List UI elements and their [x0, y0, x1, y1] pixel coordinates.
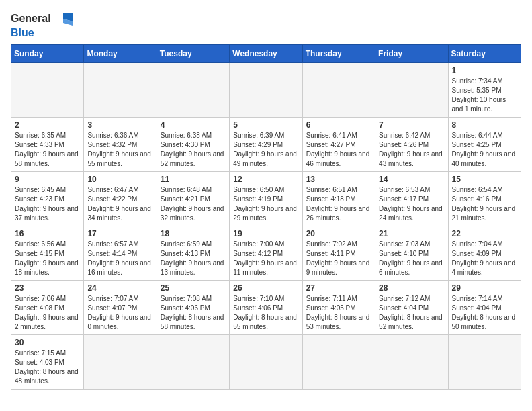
- calendar-cell: 18Sunrise: 6:59 AMSunset: 4:13 PMDayligh…: [157, 226, 229, 281]
- calendar-cell: [84, 63, 157, 118]
- calendar-week-1: 2Sunrise: 6:35 AMSunset: 4:33 PMDaylight…: [11, 118, 521, 172]
- day-info: Sunrise: 6:51 AMSunset: 4:18 PMDaylight:…: [306, 185, 371, 223]
- calendar-table: Sunday Monday Tuesday Wednesday Thursday…: [11, 44, 521, 390]
- calendar-cell: 27Sunrise: 7:11 AMSunset: 4:05 PMDayligh…: [302, 281, 375, 335]
- calendar-cell: 25Sunrise: 7:08 AMSunset: 4:06 PMDayligh…: [157, 281, 229, 335]
- day-info: Sunrise: 6:50 AMSunset: 4:19 PMDaylight:…: [233, 185, 298, 223]
- calendar-cell: [302, 335, 375, 390]
- day-number: 14: [379, 175, 444, 184]
- calendar-week-2: 9Sunrise: 6:45 AMSunset: 4:23 PMDaylight…: [11, 172, 521, 226]
- calendar-cell: 12Sunrise: 6:50 AMSunset: 4:19 PMDayligh…: [230, 172, 302, 226]
- calendar-week-5: 30Sunrise: 7:15 AMSunset: 4:03 PMDayligh…: [11, 335, 521, 390]
- calendar-cell: 10Sunrise: 6:47 AMSunset: 4:22 PMDayligh…: [84, 172, 157, 226]
- logo-general: General: [11, 13, 51, 25]
- header-row: Sunday Monday Tuesday Wednesday Thursday…: [11, 45, 521, 63]
- day-info: Sunrise: 6:44 AMSunset: 4:25 PMDaylight:…: [452, 131, 517, 169]
- day-info: Sunrise: 6:53 AMSunset: 4:17 PMDaylight:…: [379, 185, 444, 223]
- day-info: Sunrise: 7:34 AMSunset: 5:35 PMDaylight:…: [452, 77, 517, 114]
- day-number: 19: [233, 229, 298, 238]
- day-number: 6: [306, 120, 371, 130]
- header: General Blue: [11, 11, 521, 39]
- day-number: 30: [15, 338, 80, 347]
- calendar-cell: 29Sunrise: 7:14 AMSunset: 4:04 PMDayligh…: [448, 281, 521, 335]
- day-number: 2: [15, 120, 80, 130]
- calendar-cell: 1Sunrise: 7:34 AMSunset: 5:35 PMDaylight…: [448, 63, 521, 118]
- day-number: 9: [15, 175, 80, 184]
- calendar-cell: 26Sunrise: 7:10 AMSunset: 4:06 PMDayligh…: [230, 281, 302, 335]
- calendar-cell: 22Sunrise: 7:04 AMSunset: 4:09 PMDayligh…: [448, 226, 521, 281]
- day-info: Sunrise: 6:45 AMSunset: 4:23 PMDaylight:…: [15, 185, 80, 223]
- day-info: Sunrise: 7:04 AMSunset: 4:09 PMDaylight:…: [452, 240, 517, 277]
- calendar-cell: [375, 335, 448, 390]
- day-info: Sunrise: 7:12 AMSunset: 4:04 PMDaylight:…: [379, 294, 444, 332]
- day-number: 24: [87, 283, 152, 293]
- calendar-cell: [84, 335, 157, 390]
- day-info: Sunrise: 7:14 AMSunset: 4:04 PMDaylight:…: [452, 294, 517, 332]
- day-info: Sunrise: 6:59 AMSunset: 4:13 PMDaylight:…: [161, 240, 226, 277]
- calendar-week-3: 16Sunrise: 6:56 AMSunset: 4:15 PMDayligh…: [11, 226, 521, 281]
- day-number: 4: [161, 120, 226, 130]
- day-number: 1: [452, 66, 517, 75]
- logo-bird-icon: [52, 11, 73, 27]
- day-number: 12: [233, 175, 298, 184]
- day-info: Sunrise: 6:36 AMSunset: 4:32 PMDaylight:…: [87, 131, 152, 169]
- calendar-cell: 4Sunrise: 6:38 AMSunset: 4:30 PMDaylight…: [157, 118, 229, 172]
- day-number: 22: [452, 229, 517, 238]
- calendar-cell: [375, 63, 448, 118]
- day-number: 8: [452, 120, 517, 130]
- day-number: 27: [306, 283, 371, 293]
- day-info: Sunrise: 6:48 AMSunset: 4:21 PMDaylight:…: [161, 185, 226, 223]
- header-thursday: Thursday: [302, 45, 375, 63]
- calendar-cell: [157, 63, 229, 118]
- calendar-cell: [230, 63, 302, 118]
- calendar-cell: 20Sunrise: 7:02 AMSunset: 4:11 PMDayligh…: [302, 226, 375, 281]
- calendar-cell: [302, 63, 375, 118]
- calendar-cell: 19Sunrise: 7:00 AMSunset: 4:12 PMDayligh…: [230, 226, 302, 281]
- day-number: 26: [233, 283, 298, 293]
- calendar-cell: 21Sunrise: 7:03 AMSunset: 4:10 PMDayligh…: [375, 226, 448, 281]
- calendar-cell: 28Sunrise: 7:12 AMSunset: 4:04 PMDayligh…: [375, 281, 448, 335]
- day-number: 16: [15, 229, 80, 238]
- day-number: 3: [87, 120, 152, 130]
- day-number: 25: [161, 283, 226, 293]
- day-info: Sunrise: 7:06 AMSunset: 4:08 PMDaylight:…: [15, 294, 80, 332]
- day-info: Sunrise: 7:08 AMSunset: 4:06 PMDaylight:…: [161, 294, 226, 332]
- header-wednesday: Wednesday: [230, 45, 302, 63]
- calendar-cell: 3Sunrise: 6:36 AMSunset: 4:32 PMDaylight…: [84, 118, 157, 172]
- day-info: Sunrise: 6:42 AMSunset: 4:26 PMDaylight:…: [379, 131, 444, 169]
- calendar-cell: 14Sunrise: 6:53 AMSunset: 4:17 PMDayligh…: [375, 172, 448, 226]
- logo-blue: Blue: [11, 27, 34, 39]
- day-number: 10: [87, 175, 152, 184]
- day-info: Sunrise: 7:10 AMSunset: 4:06 PMDaylight:…: [233, 294, 298, 332]
- calendar-cell: 8Sunrise: 6:44 AMSunset: 4:25 PMDaylight…: [448, 118, 521, 172]
- day-number: 29: [452, 283, 517, 293]
- day-info: Sunrise: 6:38 AMSunset: 4:30 PMDaylight:…: [161, 131, 226, 169]
- calendar-cell: 17Sunrise: 6:57 AMSunset: 4:14 PMDayligh…: [84, 226, 157, 281]
- calendar-week-4: 23Sunrise: 7:06 AMSunset: 4:08 PMDayligh…: [11, 281, 521, 335]
- day-number: 28: [379, 283, 444, 293]
- day-number: 21: [379, 229, 444, 238]
- header-monday: Monday: [84, 45, 157, 63]
- day-info: Sunrise: 6:35 AMSunset: 4:33 PMDaylight:…: [15, 131, 80, 169]
- header-sunday: Sunday: [11, 45, 84, 63]
- day-info: Sunrise: 6:54 AMSunset: 4:16 PMDaylight:…: [452, 185, 517, 223]
- day-info: Sunrise: 6:57 AMSunset: 4:14 PMDaylight:…: [87, 240, 152, 277]
- day-info: Sunrise: 6:56 AMSunset: 4:15 PMDaylight:…: [15, 240, 80, 277]
- calendar-cell: 30Sunrise: 7:15 AMSunset: 4:03 PMDayligh…: [11, 335, 84, 390]
- day-number: 13: [306, 175, 371, 184]
- day-info: Sunrise: 6:39 AMSunset: 4:29 PMDaylight:…: [233, 131, 298, 169]
- calendar-week-0: 1Sunrise: 7:34 AMSunset: 5:35 PMDaylight…: [11, 63, 521, 118]
- calendar-cell: 23Sunrise: 7:06 AMSunset: 4:08 PMDayligh…: [11, 281, 84, 335]
- day-info: Sunrise: 7:15 AMSunset: 4:03 PMDaylight:…: [15, 349, 80, 386]
- day-info: Sunrise: 7:03 AMSunset: 4:10 PMDaylight:…: [379, 240, 444, 277]
- day-number: 7: [379, 120, 444, 130]
- calendar-cell: [230, 335, 302, 390]
- calendar-cell: [11, 63, 84, 118]
- day-info: Sunrise: 7:11 AMSunset: 4:05 PMDaylight:…: [306, 294, 371, 332]
- day-number: 11: [161, 175, 226, 184]
- calendar-cell: 11Sunrise: 6:48 AMSunset: 4:21 PMDayligh…: [157, 172, 229, 226]
- day-info: Sunrise: 7:00 AMSunset: 4:12 PMDaylight:…: [233, 240, 298, 277]
- calendar-cell: 15Sunrise: 6:54 AMSunset: 4:16 PMDayligh…: [448, 172, 521, 226]
- calendar-cell: 13Sunrise: 6:51 AMSunset: 4:18 PMDayligh…: [302, 172, 375, 226]
- calendar-cell: [448, 335, 521, 390]
